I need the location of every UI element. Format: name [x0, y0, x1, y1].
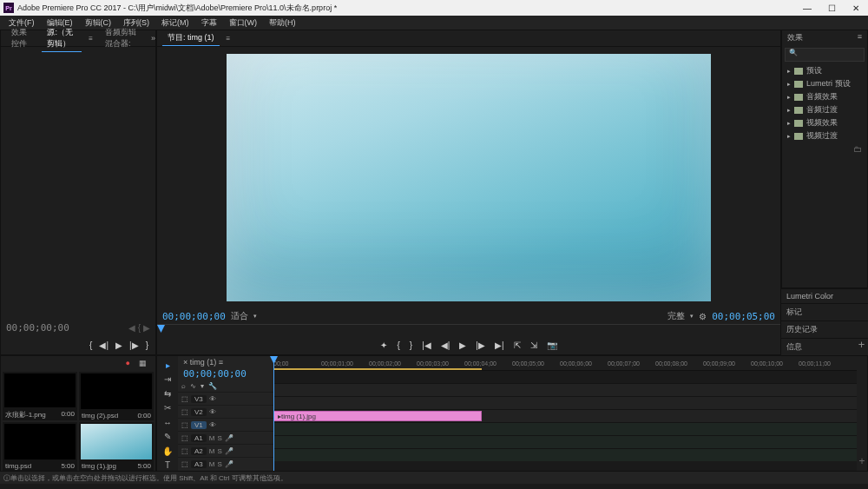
effects-title[interactable]: 效果 [787, 32, 803, 43]
folder-audio-trans[interactable]: 音频过渡 [782, 103, 867, 116]
marker-tool-icon[interactable]: ▾ [201, 382, 204, 390]
extract-icon[interactable]: ⇲ [530, 340, 537, 350]
panel-history[interactable]: 历史记录 [781, 320, 868, 338]
proj-list-icon[interactable]: ▦ [139, 359, 147, 367]
track-v3[interactable]: ⬚V3👁 [178, 392, 273, 405]
step-fwd-icon[interactable]: |▶ [476, 340, 485, 350]
settings-icon[interactable]: ⚙ [699, 312, 707, 321]
track-a2[interactable]: ⬚A2MS🎤 [178, 444, 273, 457]
add-marker-icon[interactable]: ✦ [380, 340, 387, 350]
export-frame-icon[interactable]: 📷 [547, 340, 557, 350]
timeline-timecode[interactable]: 00;00;00;00 [178, 368, 273, 380]
mark-in-icon[interactable]: { [397, 340, 399, 350]
tool-track-select[interactable]: ⇥ [161, 374, 174, 386]
source-timecode[interactable]: 00;00;00;00 [6, 322, 69, 334]
info-icon: ⓘ [3, 473, 10, 483]
track-v1[interactable]: ⬚V1👁 [178, 418, 273, 431]
menu-help[interactable]: 帮助(H) [264, 17, 301, 29]
zoom-fit[interactable]: 适合 [231, 310, 248, 322]
source-panel-tabs: 效果控件 源:（无剪辑） ≡ 音频剪辑混合器: » [1, 30, 155, 47]
menu-title[interactable]: 字幕 [196, 17, 222, 29]
work-area-bar[interactable] [273, 368, 482, 370]
lift-icon[interactable]: ⇱ [514, 340, 521, 350]
folder-audio-fx[interactable]: 音频效果 [782, 90, 867, 103]
status-bar: ⓘ 单击以选择，或单击在空白处并拖动以进行框选。使用 Shift、Alt 和 C… [0, 472, 868, 484]
project-item[interactable]: timg.psd5:00 [3, 422, 77, 471]
program-transport: ✦ { } |◀ ◀| ▶ |▶ ▶| ⇱ ⇲ 📷 + [157, 335, 780, 354]
tool-slip[interactable]: ↔ [161, 417, 174, 428]
tool-pen[interactable]: ✎ [161, 432, 174, 443]
source-transport: { ◀| ▶ |▶ } + [1, 335, 155, 354]
menu-window[interactable]: 窗口(W) [224, 17, 263, 29]
folder-lumetri[interactable]: Lumetri 预设 [782, 77, 867, 90]
go-in-icon[interactable]: |◀ [422, 340, 431, 350]
lane-v1[interactable]: ▸ timg (1).jpg [273, 409, 857, 422]
resolution[interactable]: 完整 [667, 310, 685, 322]
app-icon: Pr [3, 3, 14, 13]
playhead-icon[interactable] [157, 325, 165, 333]
src-play-icon[interactable]: ▶ [115, 340, 122, 350]
src-step-fwd-icon[interactable]: |▶ [129, 340, 139, 350]
lane-v2[interactable] [273, 396, 857, 409]
mark-out-icon[interactable]: } [410, 340, 412, 350]
lane-a2[interactable] [273, 435, 857, 448]
play-icon[interactable]: ▶ [459, 340, 466, 350]
scroll-plus-icon[interactable]: + [858, 455, 865, 467]
timeline-panel: ▸ ⇥ ⇆ ✂ ↔ ✎ ✋ T × timg (1) ≡ 00;00;00;00… [156, 355, 868, 472]
minimize-button[interactable]: — [795, 3, 819, 13]
tool-type[interactable]: T [161, 460, 174, 472]
program-ruler[interactable] [157, 324, 780, 335]
folder-presets[interactable]: 预设 [782, 64, 867, 77]
track-a3[interactable]: ⬚A3MS🎤 [178, 457, 273, 470]
tool-ripple[interactable]: ⇆ [161, 388, 174, 400]
step-back-icon[interactable]: ◀| [441, 340, 450, 350]
duration-timecode: 00;00;05;00 [712, 311, 775, 322]
wrench-icon[interactable]: 🔧 [208, 382, 217, 390]
track-v2[interactable]: ⬚V2👁 [178, 405, 273, 418]
track-a1[interactable]: ⬚A1MS🎤 [178, 431, 273, 444]
proj-rec-icon[interactable]: ● [126, 359, 130, 367]
menu-marker[interactable]: 标记(M) [156, 17, 194, 29]
lane-v3[interactable] [273, 383, 857, 396]
folder-video-trans[interactable]: 视频过渡 [782, 129, 867, 142]
new-bin-icon[interactable]: 🗀 [782, 142, 867, 155]
src-mark-in-icon[interactable]: { [89, 340, 92, 350]
program-monitor[interactable] [157, 47, 780, 308]
snap-icon[interactable]: ⌕ [181, 382, 186, 390]
panel-markers[interactable]: 标记 [781, 303, 868, 320]
timeline-playhead[interactable] [273, 356, 274, 471]
clip-item[interactable]: ▸ timg (1).jpg [273, 411, 482, 421]
src-mark-out-icon[interactable]: } [146, 340, 148, 350]
maximize-button[interactable]: ☐ [819, 3, 844, 13]
src-step-back-icon[interactable]: ◀| [99, 340, 108, 350]
timeline-ruler[interactable]: 00;0000;00;01;0000;00;02;0000;00;03;0000… [273, 356, 857, 371]
folder-video-fx[interactable]: 视频效果 [782, 116, 867, 129]
panel-info[interactable]: 信息 [781, 338, 868, 355]
lane-a1[interactable] [273, 422, 857, 435]
go-out-icon[interactable]: ▶| [495, 340, 504, 350]
project-item[interactable]: 水痕影-1.png0:00 [3, 372, 77, 420]
status-text: 单击以选择，或单击在空白处并拖动以进行框选。使用 Shift、Alt 和 Ctr… [10, 473, 287, 483]
effects-search[interactable]: 🔍 [785, 48, 865, 62]
sequence-name[interactable]: timg (1) [190, 358, 217, 367]
tool-razor[interactable]: ✂ [161, 403, 174, 414]
panel-lumetri[interactable]: Lumetri Color [781, 288, 868, 303]
program-frame [227, 54, 711, 301]
program-timecode[interactable]: 00;00;00;00 [162, 311, 226, 322]
lane-a3[interactable] [273, 448, 857, 461]
project-item[interactable]: timg (2).psd0:00 [79, 372, 154, 420]
tool-selection[interactable]: ▸ [161, 360, 174, 371]
window-title: Adobe Premiere Pro CC 2017 - C:\用户\midwi… [17, 3, 337, 14]
prog-add-button[interactable]: + [858, 339, 865, 351]
project-panel: ● ▦ 水痕影-1.png0:00 timg (2).psd0:00 timg.… [0, 355, 156, 472]
tab-program[interactable]: 节目: timg (1) [162, 30, 220, 46]
source-monitor [1, 47, 155, 320]
project-item[interactable]: timg (1).jpg5:00 [79, 422, 154, 471]
close-button[interactable]: ✕ [844, 3, 868, 13]
link-icon[interactable]: ∿ [190, 382, 196, 390]
title-bar: Pr Adobe Premiere Pro CC 2017 - C:\用户\mi… [0, 0, 868, 16]
tool-hand[interactable]: ✋ [161, 446, 174, 457]
